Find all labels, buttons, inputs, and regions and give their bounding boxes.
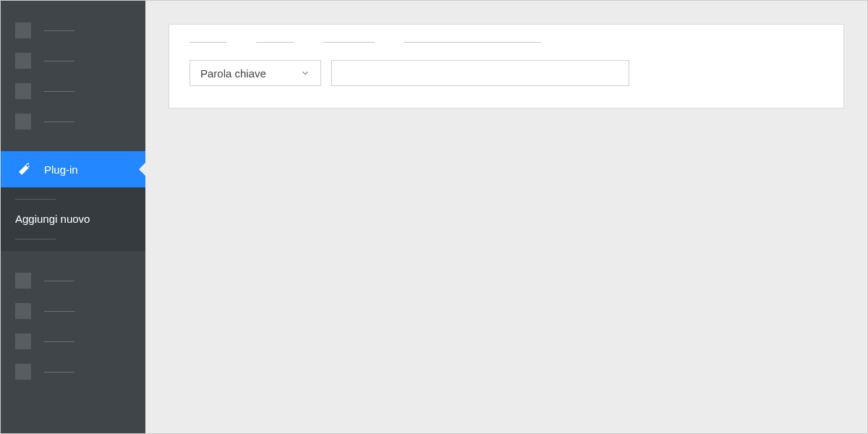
sidebar-item-placeholder[interactable] <box>1 15 145 46</box>
plugin-icon <box>15 161 31 177</box>
tab-placeholder[interactable] <box>404 42 541 43</box>
sidebar-subitem-placeholder[interactable] <box>1 193 145 205</box>
sidebar-item-placeholder[interactable] <box>1 296 145 326</box>
placeholder-icon <box>15 53 31 69</box>
sidebar-item-placeholder[interactable] <box>1 76 145 106</box>
placeholder-label <box>44 311 75 312</box>
placeholder-label <box>44 122 75 122</box>
placeholder-label <box>44 91 75 92</box>
sidebar-subitem-placeholder[interactable] <box>1 233 145 245</box>
placeholder-icon <box>15 83 31 99</box>
sidebar-item-placeholder[interactable] <box>1 106 145 137</box>
placeholder-icon <box>15 273 31 289</box>
sidebar-item-placeholder[interactable] <box>1 265 145 296</box>
tab-placeholder[interactable] <box>190 42 227 43</box>
placeholder-icon <box>15 364 31 380</box>
sidebar-item-placeholder[interactable] <box>1 326 145 357</box>
sidebar-submenu: Aggiungi nuovo <box>1 187 145 251</box>
svg-line-2 <box>27 163 28 164</box>
sidebar-subitem-add-new-label: Aggiungi nuovo <box>15 213 90 225</box>
search-type-select-label: Parola chiave <box>200 67 266 80</box>
placeholder-label <box>44 30 75 31</box>
svg-line-0 <box>27 164 27 165</box>
placeholder-label <box>15 239 56 239</box>
chevron-down-icon <box>300 68 310 78</box>
placeholder-label <box>44 372 75 373</box>
placeholder-icon <box>15 22 31 38</box>
placeholder-icon <box>15 333 31 349</box>
placeholder-icon <box>15 114 31 129</box>
search-panel: Parola chiave <box>169 24 844 109</box>
filter-tabs <box>190 42 823 43</box>
sidebar-item-placeholder[interactable] <box>1 357 145 387</box>
sidebar: Plug-in Aggiungi nuovo <box>1 1 145 433</box>
placeholder-label <box>44 341 75 342</box>
sidebar-subitem-add-new[interactable]: Aggiungi nuovo <box>1 205 145 233</box>
main-content: Parola chiave <box>145 1 867 433</box>
search-type-select[interactable]: Parola chiave <box>190 60 321 86</box>
placeholder-label <box>15 199 56 200</box>
sidebar-group-bottom <box>1 251 145 393</box>
search-input[interactable] <box>331 60 629 86</box>
svg-line-1 <box>28 166 29 166</box>
placeholder-label <box>44 281 75 281</box>
sidebar-item-placeholder[interactable] <box>1 46 145 76</box>
sidebar-item-plugin-label: Plug-in <box>44 163 78 176</box>
placeholder-label <box>44 61 75 61</box>
sidebar-item-plugin[interactable]: Plug-in <box>1 151 145 187</box>
tab-placeholder[interactable] <box>323 42 375 43</box>
sidebar-group-top <box>1 1 145 142</box>
search-row: Parola chiave <box>190 60 823 86</box>
placeholder-icon <box>15 303 31 319</box>
tab-placeholder[interactable] <box>256 42 294 43</box>
